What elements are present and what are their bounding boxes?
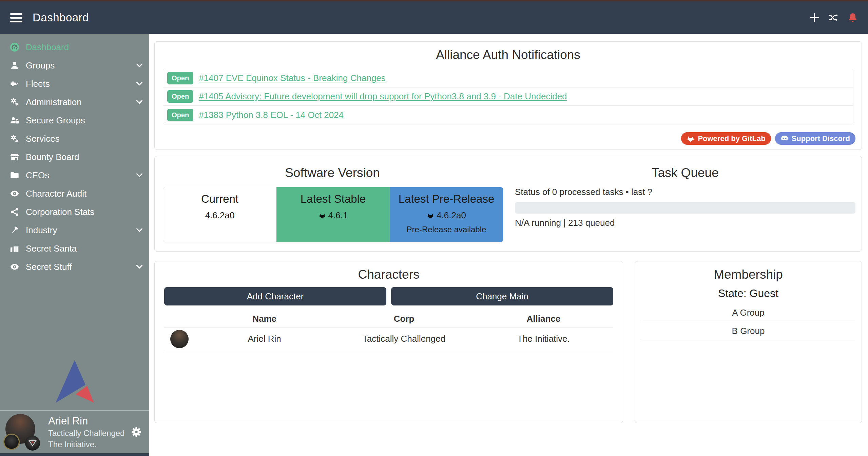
main-content: Alliance Auth Notifications Open #1407 E… [149, 34, 868, 456]
navbar-actions [810, 13, 858, 23]
user-icon [9, 61, 20, 70]
sidebar-item-secret-santa[interactable]: Secret Santa [0, 239, 149, 258]
chevron-down-icon [136, 263, 143, 271]
version-value: 4.6.2a0 [437, 210, 466, 221]
characters-table: Name Corp Alliance Ariel Rin Tactically … [164, 310, 613, 350]
hamburger-menu-icon[interactable] [10, 13, 22, 22]
gears-icon [9, 97, 20, 107]
sidebar-bottom-strip [0, 453, 149, 456]
sidebar-item-label: Secret Santa [26, 243, 143, 254]
sidebar-item-label: Secret Stuff [26, 262, 136, 272]
task-queue-status-line: Status of 0 processed tasks • last ? [515, 187, 855, 197]
alliance-auth-notifications-panel: Alliance Auth Notifications Open #1407 E… [154, 41, 862, 150]
avatar [5, 412, 44, 452]
powered-by-gitlab-badge[interactable]: Powered by GitLab [681, 132, 771, 145]
sidebar-menu: Dashboard Groups Fleets Administration S… [0, 34, 149, 276]
notifications-title: Alliance Auth Notifications [155, 48, 862, 62]
chevron-down-icon [136, 80, 143, 87]
eye-icon [9, 262, 20, 272]
badge-label: Powered by GitLab [698, 134, 765, 143]
user-name: Ariel Rin [48, 415, 124, 427]
sidebar-item-character-audit[interactable]: Character Audit [0, 184, 149, 203]
page-title: Dashboard [33, 11, 89, 24]
header-alliance: Alliance [474, 314, 613, 324]
version-column-label: Current [163, 193, 276, 205]
characters-title: Characters [155, 267, 623, 282]
eye-icon [9, 189, 20, 198]
sidebar-item-administration[interactable]: Administration [0, 93, 149, 111]
user-alliance: The Initiative. [48, 440, 124, 449]
header-name: Name [195, 314, 334, 324]
chevron-down-icon [136, 226, 143, 234]
character-avatar [170, 330, 189, 348]
shuffle-icon[interactable] [829, 13, 838, 22]
sidebar-item-label: Industry [26, 225, 136, 236]
gears-icon [9, 134, 20, 143]
version-stable-cell: Latest Stable 4.6.1 [276, 187, 390, 242]
status-badge: Open [167, 72, 193, 84]
notification-link[interactable]: #1407 EVE Equinox Status - Breaking Chan… [199, 73, 386, 83]
add-character-button[interactable]: Add Character [164, 287, 386, 305]
sidebar-item-secure-groups[interactable]: Secure Groups [0, 111, 149, 130]
sidebar: Dashboard Groups Fleets Administration S… [0, 34, 149, 456]
support-discord-badge[interactable]: Support Discord [775, 132, 855, 145]
notification-link[interactable]: #1383 Python 3.8 EOL - 14 Oct 2024 [199, 110, 344, 120]
page: Dashboard Dashboard Groups Fleets [0, 0, 868, 456]
gitlab-icon [687, 135, 695, 142]
table-header-row: Name Corp Alliance [164, 310, 613, 328]
user-lock-icon [9, 116, 20, 125]
plus-icon[interactable] [810, 13, 819, 22]
change-main-button[interactable]: Change Main [391, 287, 613, 305]
version-column-label: Latest Pre-Release [390, 193, 503, 205]
table-row: Ariel Rin Tactically Challenged The Init… [164, 328, 613, 350]
sidebar-item-label: Character Audit [26, 189, 143, 199]
task-queue-progress-bar [515, 202, 855, 214]
sidebar-item-label: Bounty Board [26, 152, 143, 162]
sidebar-item-groups[interactable]: Groups [0, 56, 149, 75]
notification-row: Open #1405 Advisory: Future development … [163, 87, 853, 106]
version-comparison-box: Current 4.6.2a0 Latest Stable 4.6.1 Late… [163, 187, 503, 242]
shuttle-icon [9, 79, 20, 88]
notifications-list: Open #1407 EVE Equinox Status - Breaking… [163, 69, 853, 124]
sidebar-item-label: Dashboard [26, 42, 143, 53]
software-version-section: Software Version Current 4.6.2a0 Latest … [155, 156, 510, 251]
gitlab-icon [319, 212, 326, 219]
sidebar-item-bounty-board[interactable]: Bounty Board [0, 148, 149, 166]
sidebar-item-dashboard[interactable]: Dashboard [0, 38, 149, 56]
share-icon [9, 207, 20, 217]
notification-link[interactable]: #1405 Advisory: Future development will … [199, 91, 567, 102]
top-navbar: Dashboard [0, 0, 868, 34]
prerelease-note: Pre-Release available [390, 225, 503, 234]
software-version-title: Software Version [155, 166, 510, 180]
sidebar-item-label: Secure Groups [26, 115, 143, 126]
sidebar-item-corporation-stats[interactable]: Corporation Stats [0, 203, 149, 221]
version-prerelease-cell: Latest Pre-Release 4.6.2a0 Pre-Release a… [390, 187, 503, 242]
status-badge: Open [167, 109, 193, 121]
version-value: 4.6.1 [328, 210, 348, 221]
list-item-group: A Group [642, 304, 855, 322]
sidebar-item-services[interactable]: Services [0, 130, 149, 148]
notification-row: Open #1407 EVE Equinox Status - Breaking… [163, 69, 853, 87]
group-list: A Group B Group [642, 304, 855, 340]
version-value: 4.6.2a0 [205, 210, 235, 221]
header-corp: Corp [334, 314, 474, 324]
gifts-icon [9, 244, 20, 253]
sidebar-item-label: Fleets [26, 79, 136, 89]
task-queue-section: Task Queue Status of 0 processed tasks •… [510, 156, 862, 251]
store-icon [9, 152, 20, 162]
bell-icon[interactable] [848, 13, 858, 23]
user-corp: Tactically Challenged [48, 429, 124, 438]
membership-panel: Membership State: Guest A Group B Group [635, 261, 862, 423]
gauge-icon [9, 42, 20, 52]
sidebar-item-ceos[interactable]: CEOs [0, 166, 149, 184]
alliance-logo-badge [25, 436, 40, 451]
folder-icon [9, 171, 20, 180]
sidebar-item-industry[interactable]: Industry [0, 221, 149, 239]
membership-state: State: Guest [635, 287, 862, 300]
sidebar-item-fleets[interactable]: Fleets [0, 75, 149, 93]
chevron-down-icon [136, 62, 143, 69]
sidebar-item-secret-stuff[interactable]: Secret Stuff [0, 258, 149, 276]
gear-icon[interactable] [131, 427, 142, 437]
version-column-label: Latest Stable [276, 193, 390, 205]
membership-title: Membership [635, 267, 862, 282]
